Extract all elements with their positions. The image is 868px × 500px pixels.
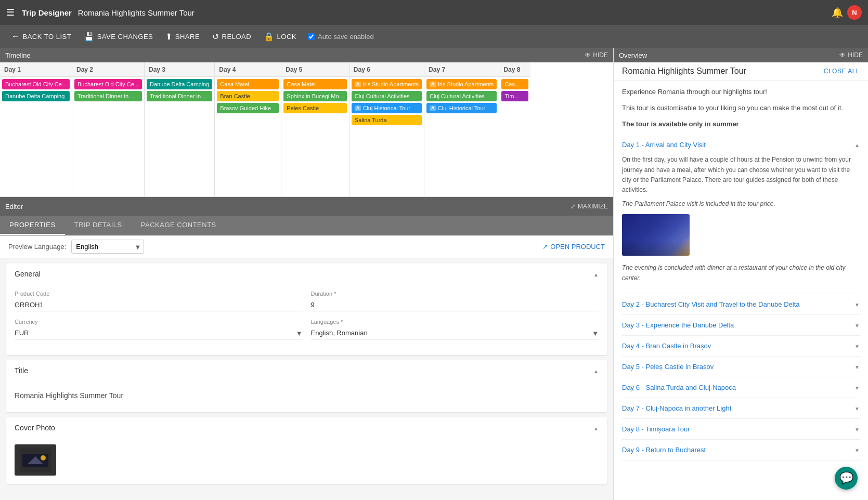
event-chip[interactable]: Danube Delta Camping	[2, 91, 70, 101]
overview-hide-button[interactable]: 👁 HIDE	[839, 51, 863, 59]
languages-select[interactable]: English, Romanian English Romanian	[311, 327, 599, 339]
day-column-1: Day 1 Bucharest Old City Ce... Danube De…	[0, 62, 72, 196]
day-accordion-header-5[interactable]: Day 5 - Peleș Castle in Brașov	[622, 357, 860, 377]
event-chip[interactable]: Salina Turda	[352, 115, 422, 125]
day-1-body-italic-2: The evening is concluded with dinner at …	[622, 263, 860, 283]
day-9-title: Day 9 - Return to Bucharest	[622, 446, 706, 454]
day-accordion-header-9[interactable]: Day 9 - Return to Bucharest	[622, 440, 860, 460]
auto-save-toggle: Auto save enabled	[308, 33, 374, 41]
day-accordion-header-1[interactable]: Day 1 - Arrival and City Visit	[622, 135, 860, 155]
day-accordion-7: Day 7 - Cluj-Napoca in another Light	[622, 398, 860, 419]
day-accordion-header-8[interactable]: Day 8 - Timișoara Tour	[622, 419, 860, 439]
chat-bubble[interactable]: 💬	[835, 467, 858, 490]
day-accordion-header-4[interactable]: Day 4 - Bran Castle in Brașov	[622, 336, 860, 356]
tab-properties[interactable]: PROPERTIES	[0, 216, 65, 235]
cover-photo-section-header[interactable]: Cover Photo	[6, 417, 607, 438]
day-label-8: Day 8	[499, 62, 530, 77]
tab-trip-details[interactable]: TRIP DETAILS	[65, 216, 132, 235]
tab-package-contents[interactable]: PACKAGE CONTENTS	[132, 216, 226, 235]
notification-icon[interactable]: 🔔	[832, 7, 843, 18]
day-accordion-6: Day 6 - Salina Turda and Cluj-Napoca	[622, 377, 860, 398]
event-chip-accommodation[interactable]: Cluj Historical Tour	[352, 103, 422, 113]
general-section-header[interactable]: General	[6, 264, 607, 284]
event-chip[interactable]: Brasov Guided Hike	[217, 103, 279, 113]
day-8-chevron-icon	[854, 425, 860, 433]
event-chip[interactable]: Casa Matei	[283, 79, 346, 89]
overview-header: Overview 👁 HIDE	[614, 48, 868, 62]
event-chip[interactable]: Casa Matei	[217, 79, 279, 89]
day-6-title: Day 6 - Salina Turda and Cluj-Napoca	[622, 384, 736, 391]
svg-point-3	[41, 455, 46, 460]
event-chip[interactable]: Bucharest Old City Ce...	[2, 79, 70, 89]
event-chip-accommodation[interactable]: Iris Studio Apartments	[426, 79, 497, 89]
day-accordion-header-3[interactable]: Day 3 - Experience the Danube Delta	[622, 315, 860, 335]
event-chip[interactable]: Bran Castle	[217, 91, 279, 101]
close-all-button[interactable]: CLOSE ALL	[824, 68, 860, 75]
day-label-5: Day 5	[281, 62, 348, 77]
general-collapse-icon	[593, 270, 599, 278]
timeline-grid: Day 1 Bucharest Old City Ce... Danube De…	[0, 62, 613, 196]
currency-field: Currency EUR USD GBP ▼	[15, 319, 303, 339]
event-chip[interactable]: Peles Castle	[283, 103, 346, 113]
event-chip[interactable]: Sphinx in Bucegi Mo...	[283, 91, 346, 101]
day-7-title: Day 7 - Cluj-Napoca in another Light	[622, 404, 731, 412]
event-chip[interactable]: Traditional Dinner in ...	[147, 91, 212, 101]
languages-label: Languages *	[311, 319, 599, 325]
app-name: Trip Designer	[22, 8, 72, 17]
open-product-button[interactable]: ↗ OPEN PRODUCT	[542, 243, 605, 251]
day-3-chevron-icon	[854, 321, 860, 329]
event-chip[interactable]: Cluj Cultural Activities	[352, 91, 422, 101]
duration-input[interactable]	[311, 299, 599, 311]
title-section-body: Romania Highlights Summer Tour	[6, 381, 607, 412]
overview-label: Overview	[619, 51, 647, 59]
maximize-button[interactable]: ⤢ MAXIMIZE	[571, 203, 608, 210]
event-chip[interactable]: Danube Delta Camping	[147, 79, 212, 89]
share-button[interactable]: ⬆ SHARE	[160, 29, 205, 45]
menu-icon[interactable]: ☰	[6, 7, 15, 18]
editor-tabs: PROPERTIES TRIP DETAILS PACKAGE CONTENTS	[0, 216, 613, 235]
hide-icon: 👁	[585, 51, 591, 59]
event-chip[interactable]: Tim...	[501, 91, 528, 101]
overview-panel: Overview 👁 HIDE Romania Highlights Summe…	[613, 48, 868, 500]
cover-photo-thumbnail[interactable]	[15, 444, 56, 476]
day-accordion-header-7[interactable]: Day 7 - Cluj-Napoca in another Light	[622, 398, 860, 418]
currency-label: Currency	[15, 319, 303, 325]
product-code-input[interactable]	[15, 299, 303, 311]
save-icon: 💾	[84, 32, 95, 42]
language-select[interactable]: English Romanian	[71, 240, 144, 254]
event-chip[interactable]: Traditional Dinner in ...	[74, 91, 142, 101]
day-column-3: Day 3 Danube Delta Camping Traditional D…	[145, 62, 215, 196]
day-events-7: Iris Studio Apartments Cluj Cultural Act…	[424, 77, 499, 115]
day-2-chevron-icon	[854, 300, 860, 308]
back-to-list-button[interactable]: ← BACK TO LIST	[6, 29, 76, 44]
user-avatar[interactable]: N	[847, 5, 862, 20]
event-chip-accommodation[interactable]: Cluj Historical Tour	[426, 103, 497, 113]
day-accordion-2: Day 2 - Bucharest City Visit and Travel …	[622, 294, 860, 315]
day-events-3: Danube Delta Camping Traditional Dinner …	[145, 77, 214, 103]
auto-save-checkbox[interactable]	[308, 33, 315, 40]
form-row-1: Product Code Duration *	[15, 291, 599, 311]
currency-select[interactable]: EUR USD GBP	[15, 327, 303, 339]
day-accordion-header-2[interactable]: Day 2 - Bucharest City Visit and Travel …	[622, 294, 860, 314]
event-chip[interactable]: Cluj Cultural Activities	[426, 91, 497, 101]
lock-button[interactable]: 🔒 LOCK	[258, 29, 302, 45]
event-chip[interactable]: Bucharest Old City Ce...	[74, 79, 142, 89]
event-chip-accommodation[interactable]: Iris Studio Apartments	[352, 79, 422, 89]
top-bar: ☰ Trip Designer Romania Highlights Summe…	[0, 0, 868, 25]
day-column-6: Day 6 Iris Studio Apartments Cluj Cultur…	[349, 62, 424, 196]
day-6-chevron-icon	[854, 384, 860, 391]
timeline-hide-button[interactable]: 👁 HIDE	[585, 51, 608, 59]
day-accordion-header-6[interactable]: Day 6 - Salina Turda and Cluj-Napoca	[622, 377, 860, 398]
day-2-title: Day 2 - Bucharest City Visit and Travel …	[622, 300, 800, 308]
overview-tour-title: Romania Highlights Summer Tour	[622, 67, 746, 76]
save-changes-button[interactable]: 💾 SAVE CHANGES	[79, 29, 158, 45]
title-collapse-icon	[593, 366, 599, 375]
languages-select-wrap: English, Romanian English Romanian ▼	[311, 327, 599, 339]
external-link-icon: ↗	[542, 243, 548, 251]
reload-button[interactable]: ↺ RELOAD	[207, 29, 256, 45]
day-9-chevron-icon	[854, 446, 860, 454]
chat-icon: 💬	[839, 471, 853, 485]
editor-header: Editor ⤢ MAXIMIZE	[0, 197, 613, 216]
event-chip[interactable]: Cas...	[501, 79, 528, 89]
title-section-header[interactable]: Title	[6, 360, 607, 381]
